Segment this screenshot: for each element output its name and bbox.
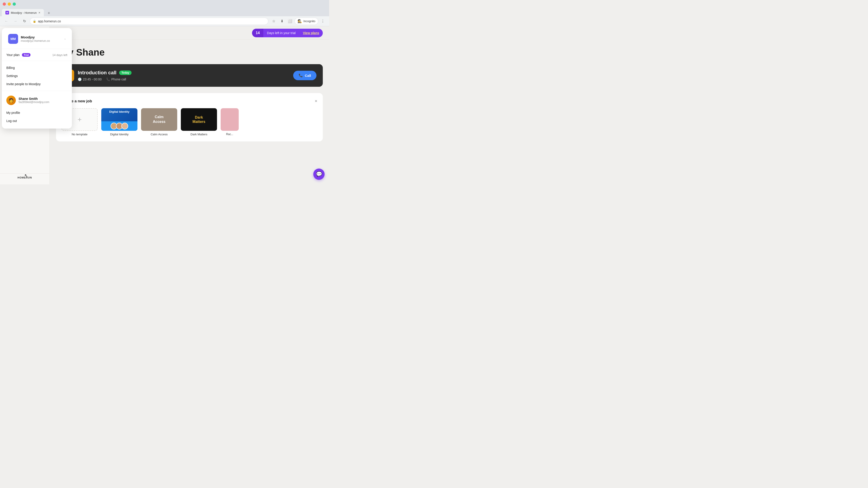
lock-icon: 🔒 bbox=[33, 20, 36, 23]
user-name: Shane Smith bbox=[19, 97, 49, 101]
dropdown-user-section: 🧑 Shane Smith 5a2859ed@moodjoy.com bbox=[2, 94, 72, 109]
workspace-name: Moodjoy bbox=[21, 35, 62, 39]
days-left-text: 14 days left bbox=[53, 53, 68, 57]
workspace-initials: MM bbox=[10, 37, 16, 41]
dropdown-plan-section: Your plan Trial 14 days left bbox=[2, 52, 72, 58]
forward-btn[interactable]: → bbox=[12, 18, 19, 25]
plan-label: Your plan bbox=[6, 53, 20, 57]
menu-btn[interactable]: ⋮ bbox=[319, 18, 327, 25]
my-profile-label: My profile bbox=[6, 111, 20, 115]
dropdown-invite[interactable]: Invite people to Moodjoy bbox=[2, 80, 72, 88]
billing-label: Billing bbox=[6, 66, 15, 70]
tab-favicon: M bbox=[5, 11, 9, 14]
incognito-label: Incognito bbox=[303, 20, 315, 23]
dropdown-workspace-row[interactable]: MM Moodjoy moodjoy2.homerun.co › bbox=[4, 32, 70, 46]
tab-bar: M Moodjoy - Homerun × + bbox=[0, 8, 329, 16]
divider-2 bbox=[2, 61, 72, 61]
app-container: MM Moodjoy ▾ « 🏠 Home 💼 Jobs Account Man… bbox=[0, 26, 329, 184]
extension-btn[interactable]: ⬜ bbox=[286, 18, 293, 25]
plan-left: Your plan Trial bbox=[6, 53, 31, 57]
browser-titlebar bbox=[0, 0, 329, 8]
workspace-chevron-icon: › bbox=[64, 37, 66, 41]
bookmark-btn[interactable]: ☆ bbox=[270, 18, 277, 25]
workspace-domain: moodjoy2.homerun.co bbox=[21, 39, 62, 42]
address-bar[interactable]: 🔒 app.homerun.co bbox=[30, 18, 268, 25]
user-email: 5a2859ed@moodjoy.com bbox=[19, 101, 49, 104]
plan-row: Your plan Trial 14 days left bbox=[6, 52, 67, 58]
user-avatar: 🧑 bbox=[6, 96, 16, 105]
user-dropdown: MM Moodjoy moodjoy2.homerun.co › Your pl… bbox=[2, 28, 72, 129]
workspace-info: Moodjoy moodjoy2.homerun.co bbox=[21, 35, 62, 42]
dropdown-billing[interactable]: Billing bbox=[2, 64, 72, 72]
url-text: app.homerun.co bbox=[38, 20, 61, 23]
window-minimize-btn[interactable] bbox=[8, 2, 11, 6]
divider-1 bbox=[2, 49, 72, 49]
download-btn[interactable]: ⬇ bbox=[278, 18, 285, 25]
incognito-icon: 🕵 bbox=[298, 19, 302, 23]
plan-trial-tag: Trial bbox=[22, 53, 31, 57]
invite-label: Invite people to Moodjoy bbox=[6, 82, 41, 86]
dropdown-settings[interactable]: Settings bbox=[2, 72, 72, 80]
log-out-label: Log out bbox=[6, 119, 17, 123]
new-tab-btn[interactable]: + bbox=[46, 10, 52, 16]
workspace-avatar: MM bbox=[8, 34, 18, 44]
user-details: Shane Smith 5a2859ed@moodjoy.com bbox=[19, 97, 49, 104]
dropdown-overlay: MM Moodjoy moodjoy2.homerun.co › Your pl… bbox=[0, 26, 329, 184]
browser-toolbar: ← → ↻ 🔒 app.homerun.co ☆ ⬇ ⬜ 🕵 Incognito… bbox=[0, 16, 329, 26]
tab-close-btn[interactable]: × bbox=[38, 11, 40, 14]
back-btn[interactable]: ← bbox=[3, 18, 10, 25]
reload-btn[interactable]: ↻ bbox=[21, 18, 28, 25]
window-maximize-btn[interactable] bbox=[13, 2, 16, 6]
incognito-badge: 🕵 Incognito bbox=[294, 18, 318, 25]
dropdown-log-out[interactable]: Log out bbox=[2, 117, 72, 125]
dropdown-my-profile[interactable]: My profile bbox=[2, 109, 72, 117]
settings-label: Settings bbox=[6, 74, 18, 78]
user-info-row: 🧑 Shane Smith 5a2859ed@moodjoy.com bbox=[6, 94, 67, 107]
active-tab[interactable]: M Moodjoy - Homerun × bbox=[2, 9, 44, 16]
tab-title: Moodjoy - Homerun bbox=[11, 11, 37, 14]
window-close-btn[interactable] bbox=[3, 2, 6, 6]
